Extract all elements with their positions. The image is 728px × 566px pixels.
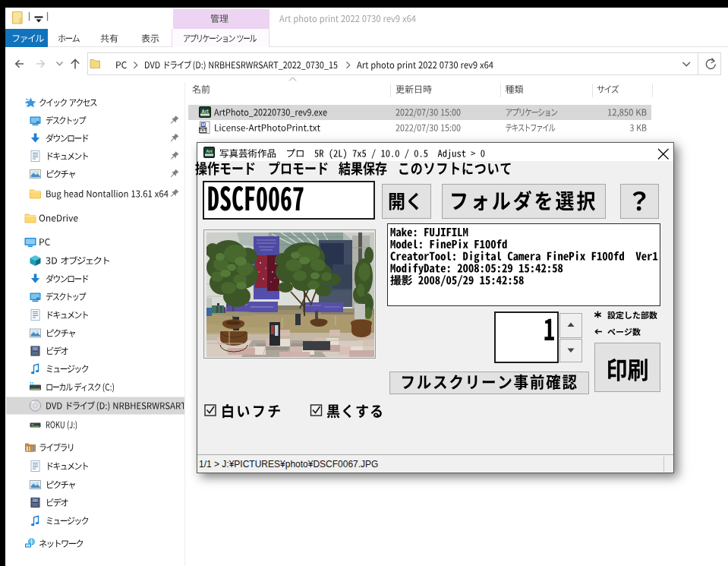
svg-text:Art: Art [206,149,213,153]
svg-text:M: M [202,122,206,127]
svg-text:TXT: TXT [199,128,206,132]
svg-text:Art: Art [201,109,209,114]
